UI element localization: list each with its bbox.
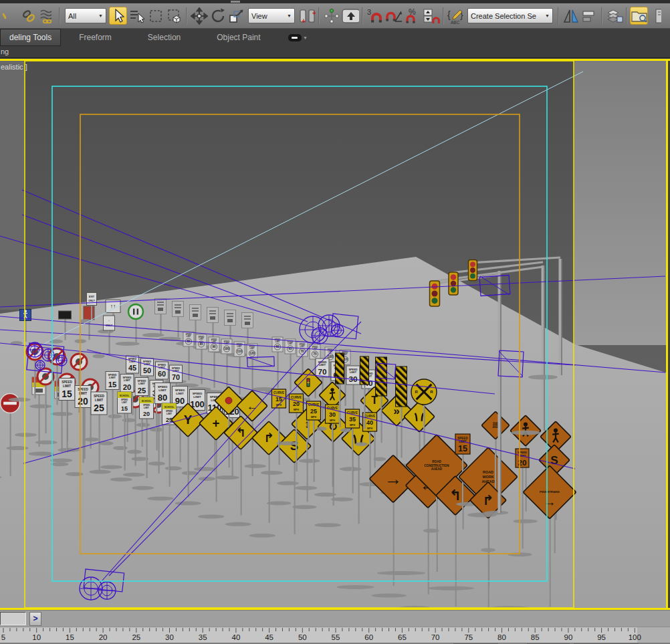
chevron-down-icon: ▼ <box>545 13 550 18</box>
svg-text:20: 20 <box>123 383 132 391</box>
svg-text:LIMIT: LIMIT <box>237 345 242 348</box>
svg-text:ROAD: ROAD <box>432 460 441 463</box>
svg-text:→: → <box>384 469 403 489</box>
toolbar-separator <box>362 7 363 25</box>
svg-text:110: 110 <box>237 350 242 353</box>
dropdown-value: View <box>251 12 284 20</box>
svg-text:S: S <box>290 439 298 453</box>
svg-text:↰: ↰ <box>449 487 461 504</box>
traffic-signal-head[interactable] <box>430 281 440 306</box>
svg-text:45: 45 <box>128 364 136 372</box>
mini-listener-prompt-button[interactable]: > <box>29 612 41 626</box>
timeline-ruler[interactable]: 5101520253035404550556065707580859095100 <box>0 627 670 643</box>
tab-freeform[interactable]: Freeform <box>61 29 130 46</box>
toolbar-separator <box>59 7 60 25</box>
rectangular-selection-region-button[interactable] <box>146 7 164 25</box>
selection-filter-dropdown[interactable]: All▼ <box>65 8 106 23</box>
clipped-left-icon[interactable] <box>1 7 19 25</box>
toolbar-separator <box>186 7 187 25</box>
svg-text:CURVE: CURVE <box>273 391 284 395</box>
svg-text:55: 55 <box>332 633 340 641</box>
select-and-scale-button[interactable] <box>227 7 245 25</box>
svg-text:LIMIT: LIMIT <box>350 370 357 374</box>
snaps-toggle-3d-button[interactable]: 3 <box>366 7 384 25</box>
select-and-manipulate-button[interactable] <box>322 7 340 25</box>
select-and-link-button[interactable] <box>19 7 37 25</box>
svg-text:MPH: MPH <box>294 409 299 411</box>
svg-text:CONSTRUCTION: CONSTRUCTION <box>424 464 449 467</box>
use-pivot-point-center-button[interactable]: ++ <box>298 7 316 25</box>
dropdown-value: Create Selection Se <box>471 12 542 20</box>
svg-text:CURVE: CURVE <box>364 415 375 418</box>
toolbar-separator <box>626 7 627 25</box>
svg-text:LIMIT: LIMIT <box>176 392 184 395</box>
tab-selection[interactable]: Selection <box>130 29 199 46</box>
svg-text:WORK: WORK <box>482 475 493 479</box>
svg-text:LIMIT: LIMIT <box>319 363 326 366</box>
track-bar[interactable]: 5101520253035404550556065707580859095100 <box>0 627 670 643</box>
svg-text:SPEED: SPEED <box>457 437 468 440</box>
keyboard-shortcut-override-toggle[interactable] <box>341 7 359 25</box>
svg-text:40: 40 <box>366 419 373 426</box>
traffic-signal-head[interactable] <box>469 260 477 281</box>
perspective-viewport[interactable]: ealistic ] EXITONLY↑↑↑ONLYSPEEDLIMIT80SP… <box>0 58 670 610</box>
svg-text:LIMIT: LIMIT <box>158 389 166 392</box>
select-object-button[interactable] <box>109 7 127 25</box>
ribbon-panel-fragment: ng <box>0 46 670 58</box>
named-selection-sets-dropdown[interactable]: Create Selection Se▼ <box>467 8 553 23</box>
reference-coordinate-system-dropdown[interactable]: View▼ <box>248 8 295 23</box>
svg-text:35: 35 <box>349 416 356 423</box>
svg-text:70: 70 <box>431 633 440 641</box>
edit-named-selection-sets-button[interactable]: {}ABC <box>447 7 465 25</box>
svg-text:70: 70 <box>300 350 304 353</box>
tab-object-paint[interactable]: Object Paint <box>199 29 278 46</box>
spinner-snap-toggle-button[interactable] <box>422 7 440 25</box>
svg-text:MPH: MPH <box>367 427 372 430</box>
svg-text:75: 75 <box>464 633 473 641</box>
clipped-right-icon[interactable] <box>649 7 667 25</box>
svg-text:60: 60 <box>158 370 166 378</box>
mirror-button[interactable] <box>562 7 580 25</box>
svg-text:ROAD: ROAD <box>483 470 493 474</box>
toolbar-separator <box>443 7 444 25</box>
svg-text:↑: ↑ <box>108 319 110 322</box>
traffic-signal-head[interactable] <box>449 272 458 295</box>
ribbon-display-toggle[interactable]: ▾ <box>288 29 307 46</box>
maxscript-mini-listener: > <box>0 610 670 627</box>
active-viewport-border-top <box>0 59 670 61</box>
svg-text:50: 50 <box>143 366 151 374</box>
svg-text:100: 100 <box>629 633 641 641</box>
angle-snap-toggle-button[interactable] <box>384 7 403 25</box>
svg-text:40: 40 <box>232 633 241 641</box>
chevron-down-icon: ▼ <box>98 13 103 18</box>
svg-text:3: 3 <box>367 8 371 16</box>
active-viewport-border-bottom <box>0 608 670 610</box>
viewport-scene[interactable]: EXITONLY↑↑↑ONLYSPEEDLIMIT80SPEEDLIMIT85S… <box>0 58 670 610</box>
svg-text:15: 15 <box>66 633 74 641</box>
svg-text:90: 90 <box>212 345 216 348</box>
svg-text:85: 85 <box>199 342 203 346</box>
svg-text:20: 20 <box>78 396 88 407</box>
svg-text:25: 25 <box>310 408 317 415</box>
layer-manager-button[interactable] <box>605 7 623 25</box>
select-and-move-button[interactable] <box>190 7 208 25</box>
svg-text:T: T <box>371 395 378 406</box>
mini-listener-field[interactable] <box>0 612 26 625</box>
scene-explorer-toggle[interactable] <box>630 7 648 25</box>
window-crossing-toggle[interactable] <box>165 7 183 25</box>
percent-snap-toggle-button[interactable]: % <box>403 7 421 25</box>
svg-text:SCHOOL: SCHOOL <box>120 395 130 397</box>
viewport-shading-label[interactable]: ealistic ] <box>1 63 27 71</box>
select-and-rotate-button[interactable] <box>209 7 227 25</box>
svg-text:ABC: ABC <box>451 20 460 25</box>
svg-text:CURVE: CURVE <box>291 396 302 399</box>
tab-modeling-tools[interactable]: deling Tools <box>0 29 61 46</box>
svg-text:MPH: MPH <box>350 424 355 427</box>
svg-text:30: 30 <box>165 633 174 641</box>
select-by-name-button[interactable] <box>128 7 146 25</box>
align-button[interactable] <box>580 7 598 25</box>
ribbon-tab-bar: deling Tools Freeform Selection Object P… <box>0 29 670 46</box>
svg-text:80: 80 <box>497 633 506 641</box>
svg-text:LIMIT: LIMIT <box>144 407 149 409</box>
bind-to-space-warp-button[interactable] <box>38 7 56 25</box>
